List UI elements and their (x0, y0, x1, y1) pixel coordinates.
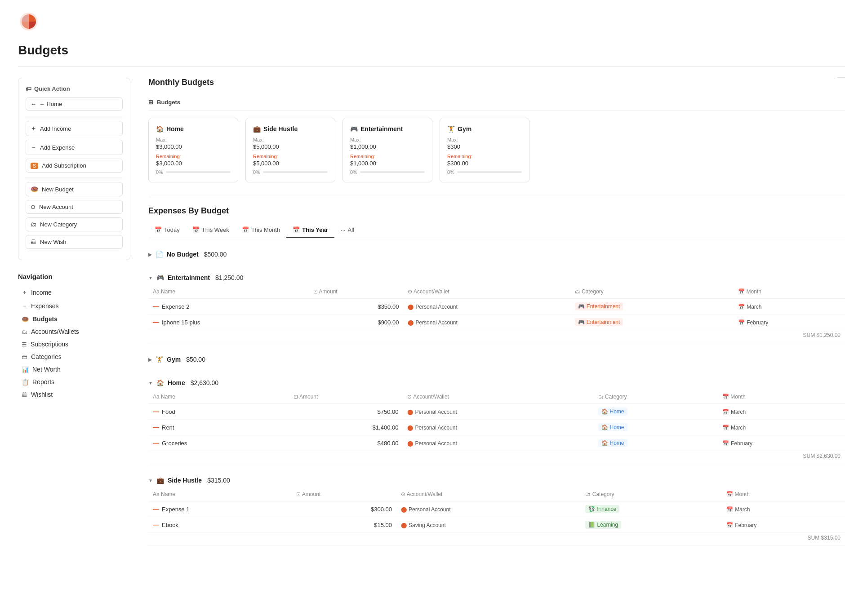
quick-action-icon: 🏷 (26, 85, 31, 92)
sidebar-item-income[interactable]: ＋ Income (18, 286, 130, 299)
today-tab-icon: 📅 (155, 226, 162, 233)
expense-account: ⬤ Personal Account (403, 299, 570, 315)
tab-today[interactable]: 📅 Today (148, 223, 186, 238)
side-hustle-group-icon: 💼 (156, 477, 164, 484)
expense-month: 📅 February (734, 315, 845, 330)
sidebar-item-reports[interactable]: 📋 Reports (18, 376, 130, 388)
table-row: — Food $750.00 ⬤ Personal Account 🏠 Home… (148, 404, 845, 420)
col-account-header-home: ⊙ Account/Wallet (403, 390, 593, 404)
sidebar-item-accounts[interactable]: 🗂 Accounts/Wallets (18, 325, 130, 338)
acct-dot-2: ⬤ (407, 425, 413, 431)
side-hustle-expense-table: Aa Name ⊡ Amount ⊙ Account/Wallet 🗂 Cate… (148, 487, 845, 546)
gym-group-header[interactable]: ▶ 🏋 Gym $50.00 (148, 352, 845, 367)
side-hustle-group-header[interactable]: ▼ 💼 Side Hustle $315.00 (148, 473, 845, 487)
expenses-by-budget-title: Expenses By Budget (148, 206, 845, 216)
budget-icon: 🍩 (31, 186, 38, 193)
sidebar-item-networth[interactable]: 📊 Net Worth (18, 363, 130, 376)
entertainment-group-icon: 🎮 (156, 274, 164, 281)
table-row: — Rent $1,400.00 ⬤ Personal Account 🏠 Ho… (148, 420, 845, 435)
month-icon-rent: 📅 (722, 425, 729, 431)
col-account-header-sh: ⊙ Account/Wallet (396, 487, 581, 501)
new-wish-button[interactable]: 🏛 New Wish (26, 235, 123, 249)
rent-minus-icon: — (153, 424, 159, 431)
new-budget-button[interactable]: 🍩 New Budget (26, 182, 123, 196)
no-budget-group-header[interactable]: ▶ 📄 No Budget $500.00 (148, 247, 845, 261)
entertainment-expense-table: Aa Name ⊡ Amount ⊙ Account/Wallet 🗂 Cate… (148, 285, 845, 343)
expense-account: ⬤ Personal Account (403, 315, 570, 330)
add-expense-button[interactable]: － Add Expense (26, 140, 123, 155)
table-row: — Groceries $480.00 ⬤ Personal Account 🏠… (148, 435, 845, 451)
expense-group-entertainment: ▼ 🎮 Entertainment $1,250.00 Aa Name ⊡ Am… (148, 270, 845, 343)
col-amount-header-sh: ⊡ Amount (292, 487, 396, 501)
new-account-button[interactable]: ⊙ New Account (26, 200, 123, 214)
expense-minus-icon: — (153, 303, 159, 310)
expense-name: — Iphone 15 plus (148, 315, 309, 330)
no-budget-icon: 📄 (156, 251, 163, 258)
ebook-minus-icon: — (153, 521, 159, 528)
sidebar-item-categories[interactable]: 🗃 Categories (18, 350, 130, 363)
col-amount-header-home: ⊡ Amount (289, 390, 403, 404)
toggle-gym: ▶ (148, 357, 152, 362)
sh-acct-dot: ⬤ (401, 506, 407, 513)
accounts-nav-icon: 🗂 (22, 328, 27, 335)
sidebar-item-subscriptions[interactable]: ☰ Subscriptions (18, 338, 130, 350)
minimize-button[interactable]: — (837, 72, 845, 81)
budget-bar-gym: 0% (447, 169, 522, 175)
tab-this-week[interactable]: 📅 This Week (186, 223, 236, 238)
budget-card-home-title: 🏠 Home (156, 125, 231, 133)
sidebar-item-expenses[interactable]: － Expenses (18, 299, 130, 313)
entertainment-cat-icon: 🎮 (578, 303, 585, 310)
add-income-button[interactable]: ＋ Add Income (26, 121, 123, 136)
add-subscription-button[interactable]: S Add Subscription (26, 159, 123, 173)
nav-title: Navigation (18, 273, 130, 280)
monthly-budgets-title: Monthly Budgets (148, 78, 845, 87)
tab-all[interactable]: ··· All (334, 223, 360, 238)
gym-card-icon: 🏋 (447, 125, 455, 133)
home-button[interactable]: ← ← Home (26, 97, 123, 111)
budget-card-gym: 🏋 Gym Max: $300 Remaining: $300.00 0% (440, 118, 529, 182)
budget-card-side-hustle-title: 💼 Side Hustle (253, 125, 328, 133)
home-group-header[interactable]: ▼ 🏠 Home $2,630.00 (148, 376, 845, 390)
col-amount-header: ⊡ Amount (309, 285, 404, 299)
expenses-nav-icon: － (22, 302, 27, 310)
month-icon-ebook: 📅 (726, 522, 733, 528)
budgets-nav-icon: 🍩 (22, 316, 29, 323)
budget-bar-home: 0% (156, 169, 231, 175)
acct-dot-3: ⬤ (407, 440, 413, 447)
quick-action-panel: 🏷 Quick Action ← ← Home ＋ Add Income － A… (18, 78, 130, 260)
col-month-header-home: 📅 Month (718, 390, 845, 404)
logo-icon (18, 11, 40, 32)
sidebar-item-wishlist[interactable]: 🏛 Wishlist (18, 388, 130, 401)
month-icon-food: 📅 (722, 409, 729, 415)
col-month-header: 📅 Month (734, 285, 845, 299)
tab-this-month[interactable]: 📅 This Month (236, 223, 286, 238)
table-row: — Iphone 15 plus $900.00 ⬤ Personal Acco… (148, 315, 845, 330)
expense-amount: $900.00 (309, 315, 404, 330)
home-card-icon: 🏠 (156, 125, 164, 133)
sidebar-item-budgets[interactable]: 🍩 Budgets (18, 313, 130, 325)
subscription-icon: S (31, 163, 38, 169)
reports-nav-icon: 📋 (22, 379, 29, 386)
toggle-home: ▼ (148, 381, 153, 386)
new-category-button[interactable]: 🗂 New Category (26, 217, 123, 231)
qa-divider (26, 116, 123, 116)
col-category-header: 🗂 Category (570, 285, 734, 299)
monthly-budgets-section: Monthly Budgets ⊞ Budgets 🏠 Home Max: $3… (148, 78, 845, 182)
col-name-header-home: Aa Name (148, 390, 289, 404)
month-icon-2: 📅 (738, 319, 745, 326)
tab-this-year[interactable]: 📅 This Year (286, 223, 334, 238)
food-minus-icon: — (153, 408, 159, 415)
col-account-header: ⊙ Account/Wallet (403, 285, 570, 299)
sum-row-home: SUM $2,630.00 (148, 451, 845, 464)
main-content: Monthly Budgets ⊞ Budgets 🏠 Home Max: $3… (139, 78, 845, 555)
toggle-side-hustle: ▼ (148, 478, 153, 483)
entertainment-group-header[interactable]: ▼ 🎮 Entertainment $1,250.00 (148, 270, 845, 285)
gym-group-icon: 🏋 (156, 356, 163, 363)
this-year-tab-icon: 📅 (293, 226, 300, 233)
expense-category: 🎮 Entertainment (570, 299, 734, 315)
expense-amount: $350.00 (309, 299, 404, 315)
all-tab-icon: ··· (341, 226, 346, 233)
expense-group-no-budget: ▶ 📄 No Budget $500.00 (148, 247, 845, 261)
sum-row-side-hustle: SUM $315.00 (148, 533, 845, 546)
expense-group-home: ▼ 🏠 Home $2,630.00 Aa Name ⊡ Amount ⊙ Ac… (148, 376, 845, 464)
